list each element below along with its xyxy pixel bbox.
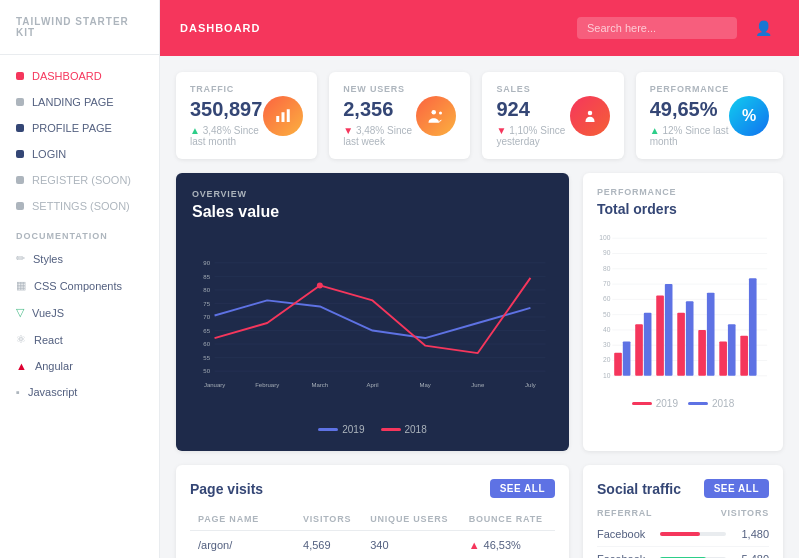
avatar[interactable]: 👤 (747, 12, 779, 44)
col-bounce-rate: BOUNCE RATE (461, 508, 555, 531)
legend-label-2018: 2018 (405, 424, 427, 435)
legend-2018: 2018 (381, 424, 427, 435)
stat-label-new-users: NEW USERS (343, 84, 416, 94)
login-dot-icon (16, 150, 24, 158)
cell-page-1: /argon/ (190, 531, 295, 559)
sidebar-item-landing[interactable]: LANDING PAGE (0, 89, 159, 115)
svg-text:70: 70 (203, 314, 210, 320)
svg-text:20: 20 (603, 356, 611, 363)
svg-rect-61 (707, 293, 715, 376)
svg-rect-58 (677, 313, 685, 376)
page-visits-see-all[interactable]: SEE ALL (490, 479, 555, 498)
page-title: DASHBOARD (180, 22, 261, 34)
sidebar-label-styles: Styles (33, 253, 63, 265)
percent-icon: % (742, 107, 756, 125)
stat-change-traffic: ▲ 3,48% Since last month (190, 125, 263, 147)
svg-rect-52 (614, 353, 622, 376)
sidebar-item-angular[interactable]: ▲ Angular (0, 353, 159, 379)
header: DASHBOARD 👤 (160, 0, 799, 56)
sales-chart-card: OVERVIEW Sales value (176, 173, 569, 451)
sidebar-item-react[interactable]: ⚛ React (0, 326, 159, 353)
svg-rect-0 (276, 116, 279, 122)
line-chart-svg: 90 85 80 75 70 65 60 55 50 (192, 233, 553, 413)
col-unique-users: UNIQUE USERS (362, 508, 460, 531)
svg-text:50: 50 (203, 368, 210, 374)
bar-chart-svg: 100 90 80 70 60 50 40 30 20 10 (597, 227, 769, 387)
stat-label-sales: SALES (496, 84, 569, 94)
sidebar-item-styles[interactable]: ✏ Styles (0, 245, 159, 272)
perf-title: Total orders (597, 201, 769, 217)
svg-text:60: 60 (603, 295, 611, 302)
svg-point-5 (587, 110, 592, 115)
table-row: /argon/ 4,569 340 ▲ 46,53% (190, 531, 555, 559)
sidebar-item-login[interactable]: LOGIN (0, 141, 159, 167)
line-chart-wrap: 90 85 80 75 70 65 60 55 50 (192, 233, 553, 416)
stat-label-traffic: TRAFFIC (190, 84, 263, 94)
svg-point-4 (439, 111, 442, 114)
settings-dot-icon (16, 202, 24, 210)
stat-value-new-users: 2,356 (343, 98, 416, 121)
svg-text:90: 90 (203, 260, 210, 266)
sidebar-label-react: React (34, 334, 63, 346)
vue-icon: ▽ (16, 306, 24, 319)
change-pct-new-users: 3,48% (356, 125, 384, 136)
svg-text:55: 55 (203, 355, 210, 361)
change-pct-sales: 1,10% (509, 125, 537, 136)
svg-rect-2 (287, 109, 290, 122)
cell-visitors-1: 4,569 (295, 531, 362, 559)
perf-legend-2018: 2018 (688, 398, 734, 409)
dashboard-dot-icon (16, 72, 24, 80)
social-col-referral: REFERRAL (597, 508, 652, 518)
social-see-all[interactable]: SEE ALL (704, 479, 769, 498)
social-visitors-1: 1,480 (734, 528, 769, 540)
social-name-1: Facebook (597, 528, 652, 540)
stat-label-performance: PERFORMANCE (650, 84, 729, 94)
svg-text:80: 80 (603, 265, 611, 272)
sidebar-label-login: LOGIN (32, 148, 66, 160)
change-arrow-traffic: ▲ (190, 125, 203, 136)
sidebar-label-javascript: Javascript (28, 386, 78, 398)
stat-value-traffic: 350,897 (190, 98, 263, 121)
sidebar-label-vuejs: VueJS (32, 307, 64, 319)
change-pct-traffic: 3,48% (203, 125, 231, 136)
perf-dot-2019 (632, 402, 652, 405)
svg-text:65: 65 (203, 328, 210, 334)
perf-label-2019: 2019 (656, 398, 678, 409)
legend-dot-2019 (318, 428, 338, 431)
social-col-visitors: VISITORS (721, 508, 769, 518)
sidebar-item-profile[interactable]: PROFILE PAGE (0, 115, 159, 141)
brand: TAILWIND STARTER KIT (0, 16, 159, 55)
svg-rect-62 (719, 341, 727, 375)
profile-dot-icon (16, 124, 24, 132)
stat-change-performance: ▲ 12% Since last month (650, 125, 729, 147)
svg-point-24 (317, 282, 323, 288)
svg-text:50: 50 (603, 311, 611, 318)
svg-text:March: March (312, 382, 329, 388)
sidebar-item-css[interactable]: ▦ CSS Components (0, 272, 159, 299)
svg-text:80: 80 (203, 287, 210, 293)
legend-dot-2018 (381, 428, 401, 431)
svg-rect-64 (740, 336, 748, 376)
perf-label-2018: 2018 (712, 398, 734, 409)
page-visits-header: Page visits SEE ALL (190, 479, 555, 498)
sidebar-item-dashboard[interactable]: DASHBOARD (0, 63, 159, 89)
sidebar-label-profile: PROFILE PAGE (32, 122, 112, 134)
svg-rect-54 (635, 324, 643, 376)
sidebar-item-javascript[interactable]: ▪ Javascript (0, 379, 159, 405)
header-right: 👤 (577, 12, 779, 44)
col-visitors: VISITORS (295, 508, 362, 531)
sidebar-item-vuejs[interactable]: ▽ VueJS (0, 299, 159, 326)
stat-info-performance: PERFORMANCE 49,65% ▲ 12% Since last mont… (650, 84, 729, 147)
stat-icon-new-users (416, 96, 456, 136)
perf-legend-2019: 2019 (632, 398, 678, 409)
stat-icon-sales (570, 96, 610, 136)
svg-text:July: July (525, 382, 536, 388)
stat-card-performance: PERFORMANCE 49,65% ▲ 12% Since last mont… (636, 72, 783, 159)
stat-value-sales: 924 (496, 98, 569, 121)
col-page-name: PAGE NAME (190, 508, 295, 531)
content-area: TRAFFIC 350,897 ▲ 3,48% Since last month… (160, 56, 799, 558)
sidebar: TAILWIND STARTER KIT DASHBOARD LANDING P… (0, 0, 160, 558)
main-content: DASHBOARD 👤 TRAFFIC 350,897 ▲ 3,48% Sinc… (160, 0, 799, 558)
stat-info-sales: SALES 924 ▼ 1,10% Since yesterday (496, 84, 569, 147)
search-input[interactable] (577, 17, 737, 39)
